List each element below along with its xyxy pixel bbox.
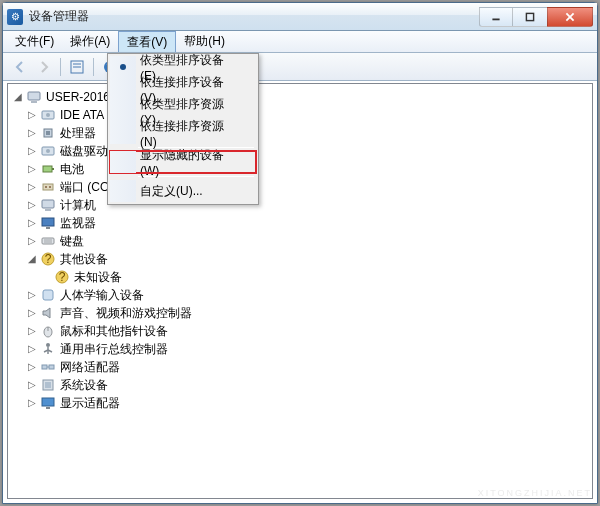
tree-node[interactable]: ▷IDE ATA xyxy=(12,106,592,124)
svg-point-36 xyxy=(46,343,50,347)
tree-node[interactable]: ▷通用串行总线控制器 xyxy=(12,340,592,358)
app-icon: ⚙ xyxy=(7,9,23,25)
expand-icon[interactable]: ▷ xyxy=(26,163,38,175)
svg-point-20 xyxy=(45,186,47,188)
svg-rect-22 xyxy=(42,200,54,208)
mouse-icon xyxy=(40,323,56,339)
menu-customize[interactable]: 自定义(U)... xyxy=(110,180,256,202)
tree-node-label: IDE ATA xyxy=(60,106,104,124)
forward-button xyxy=(33,56,55,78)
toolbar: ? xyxy=(3,53,597,81)
svg-rect-9 xyxy=(28,92,40,100)
tree-node-label: 其他设备 xyxy=(60,250,108,268)
menubar: 文件(F) 操作(A) 查看(V) 帮助(H) xyxy=(3,31,597,53)
menu-view[interactable]: 查看(V) xyxy=(118,31,176,52)
tree-node[interactable]: ▷处理器 xyxy=(12,124,592,142)
tree-pane: ◢ USER-2016 ▷IDE ATA▷处理器▷磁盘驱动▷电池▷端口 (CO▷… xyxy=(7,83,593,499)
tree-node-label: 磁盘驱动 xyxy=(60,142,108,160)
network-icon xyxy=(40,359,56,375)
tree-node-label: 计算机 xyxy=(60,196,96,214)
menu-action[interactable]: 操作(A) xyxy=(62,31,118,52)
svg-text:?: ? xyxy=(59,270,66,284)
expand-icon[interactable]: ▷ xyxy=(26,145,38,157)
menu-icon-col xyxy=(110,122,136,144)
svg-rect-46 xyxy=(46,407,50,409)
svg-rect-44 xyxy=(45,382,51,388)
collapse-icon[interactable]: ◢ xyxy=(12,91,24,103)
expand-icon[interactable]: ▷ xyxy=(26,199,38,211)
svg-rect-41 xyxy=(49,365,54,369)
expand-icon[interactable]: ▷ xyxy=(26,217,38,229)
cpu-icon xyxy=(40,125,56,141)
menu-icon-col xyxy=(110,180,136,202)
properties-button[interactable] xyxy=(66,56,88,78)
expand-icon[interactable]: ▷ xyxy=(26,379,38,391)
tree-node[interactable]: ▷计算机 xyxy=(12,196,592,214)
disk-icon xyxy=(40,143,56,159)
svg-rect-1 xyxy=(526,13,533,20)
close-button[interactable] xyxy=(547,7,593,27)
tree-node-unknown[interactable]: ? 未知设备 xyxy=(12,268,592,286)
menu-item-label: 显示隐藏的设备(W) xyxy=(140,147,236,178)
menu-help[interactable]: 帮助(H) xyxy=(176,31,233,52)
tree-node[interactable]: ▷磁盘驱动 xyxy=(12,142,592,160)
menu-sort-by-connection-resource[interactable]: 依连接排序资源(N) xyxy=(110,122,256,144)
usb-icon xyxy=(40,341,56,357)
svg-point-12 xyxy=(46,113,50,117)
minimize-button[interactable] xyxy=(479,7,513,27)
menu-file[interactable]: 文件(F) xyxy=(7,31,62,52)
titlebar: ⚙ 设备管理器 xyxy=(3,3,597,31)
computer-icon xyxy=(40,197,56,213)
tree-node-other[interactable]: ◢ ? 其他设备 xyxy=(12,250,592,268)
expand-icon[interactable]: ▷ xyxy=(26,289,38,301)
menu-icon-col xyxy=(110,78,136,100)
unknown-device-icon: ? xyxy=(54,269,70,285)
toolbar-separator xyxy=(93,58,94,76)
tree-root[interactable]: ◢ USER-2016 xyxy=(12,88,592,106)
expand-icon[interactable]: ▷ xyxy=(26,397,38,409)
window-title: 设备管理器 xyxy=(29,8,479,25)
tree-node-label: 电池 xyxy=(60,160,84,178)
back-button xyxy=(9,56,31,78)
system-icon xyxy=(40,377,56,393)
svg-point-16 xyxy=(46,149,50,153)
tree-root-label: USER-2016 xyxy=(46,88,110,106)
tree-node[interactable]: ▷显示适配器 xyxy=(12,394,592,412)
view-dropdown: 依类型排序设备(E) 依连接排序设备(V) 依类型排序资源(Y) 依连接排序资源… xyxy=(107,53,259,205)
menu-show-hidden-devices[interactable]: 显示隐藏的设备(W) xyxy=(110,151,256,173)
maximize-button[interactable] xyxy=(513,7,547,27)
tree-node[interactable]: ▷电池 xyxy=(12,160,592,178)
expand-icon[interactable]: ▷ xyxy=(26,235,38,247)
tree-node[interactable]: ▷鼠标和其他指针设备 xyxy=(12,322,592,340)
tree-node-label: 键盘 xyxy=(60,232,84,250)
svg-rect-33 xyxy=(43,290,53,300)
menu-item-label: 依连接排序资源(N) xyxy=(140,118,236,149)
tree-node[interactable]: ▷键盘 xyxy=(12,232,592,250)
collapse-icon[interactable]: ◢ xyxy=(26,253,38,265)
svg-rect-10 xyxy=(31,101,37,103)
expand-icon[interactable]: ▷ xyxy=(26,361,38,373)
expand-icon[interactable]: ▷ xyxy=(26,181,38,193)
svg-point-21 xyxy=(49,186,51,188)
svg-rect-25 xyxy=(46,227,50,229)
tree-node[interactable]: ▷监视器 xyxy=(12,214,592,232)
monitor-icon xyxy=(40,215,56,231)
expand-icon[interactable]: ▷ xyxy=(26,343,38,355)
tree-node[interactable]: ▷声音、视频和游戏控制器 xyxy=(12,304,592,322)
svg-rect-24 xyxy=(42,218,54,226)
tree-node[interactable]: ▷系统设备 xyxy=(12,376,592,394)
tree-node-label: 监视器 xyxy=(60,214,96,232)
tree-node[interactable]: ▷端口 (CO xyxy=(12,178,592,196)
tree-node-label: 端口 (CO xyxy=(60,178,109,196)
tree-node[interactable]: ▷网络适配器 xyxy=(12,358,592,376)
svg-rect-19 xyxy=(43,184,53,190)
tree-node[interactable]: ▷人体学输入设备 xyxy=(12,286,592,304)
tree-node-label: 人体学输入设备 xyxy=(60,286,144,304)
tree-node-label: 鼠标和其他指针设备 xyxy=(60,322,168,340)
expand-icon[interactable]: ▷ xyxy=(26,325,38,337)
expand-icon[interactable]: ▷ xyxy=(26,307,38,319)
expand-icon[interactable]: ▷ xyxy=(26,109,38,121)
device-tree: ◢ USER-2016 ▷IDE ATA▷处理器▷磁盘驱动▷电池▷端口 (CO▷… xyxy=(8,84,592,416)
computer-icon xyxy=(26,89,42,105)
expand-icon[interactable]: ▷ xyxy=(26,127,38,139)
